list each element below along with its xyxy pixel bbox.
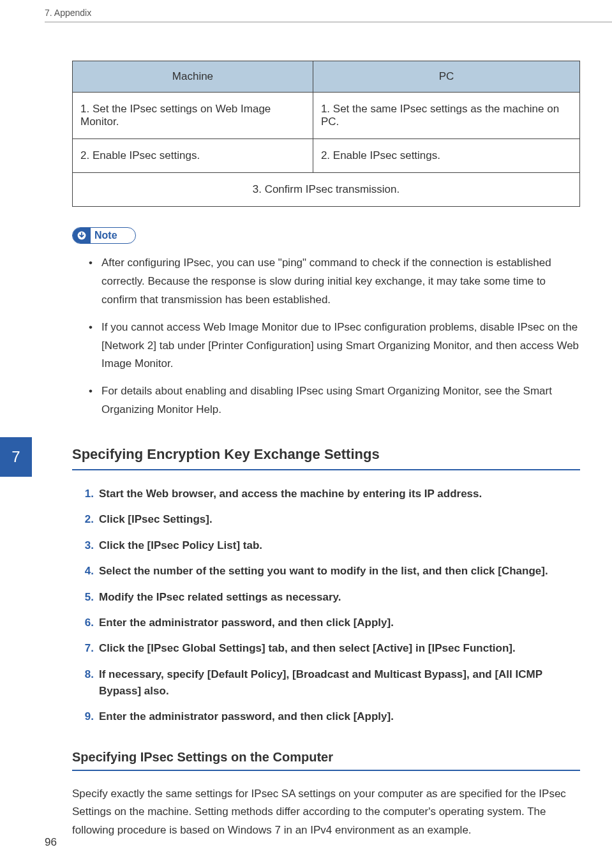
- list-item: Enter the administrator password, and th…: [93, 708, 580, 725]
- table-header-machine: Machine: [73, 61, 313, 93]
- note-label: Note: [91, 230, 117, 241]
- down-arrow-icon: [73, 228, 91, 243]
- table-cell-merged: 3. Confirm IPsec transmission.: [73, 173, 580, 207]
- list-item: Modify the IPsec related settings as nec…: [93, 589, 580, 606]
- note-badge: Note: [72, 227, 136, 244]
- list-item: Start the Web browser, and access the ma…: [93, 486, 580, 502]
- list-item: Click the [IPsec Policy List] tab.: [93, 537, 580, 554]
- list-item: For details about enabling and disabling…: [101, 382, 580, 419]
- page-number: 96: [45, 836, 57, 849]
- subsection-heading: Specifying IPsec Settings on the Compute…: [72, 750, 580, 771]
- list-item: If necessary, specify [Default Policy], …: [93, 666, 580, 700]
- ipsec-config-table: Machine PC 1. Set the IPsec settings on …: [72, 61, 580, 207]
- list-item: After configuring IPsec, you can use "pi…: [101, 254, 580, 310]
- table-row: 3. Confirm IPsec transmission.: [73, 173, 580, 207]
- note-callout: Note After configuring IPsec, you can us…: [72, 227, 580, 419]
- chapter-tab: 7: [0, 437, 32, 477]
- steps-list: Start the Web browser, and access the ma…: [72, 486, 580, 725]
- table-cell: 2. Enable IPsec settings.: [73, 139, 313, 173]
- table-row: 2. Enable IPsec settings. 2. Enable IPse…: [73, 139, 580, 173]
- list-item: If you cannot access Web Image Monitor d…: [101, 318, 580, 374]
- table-cell: 1. Set the IPsec settings on Web Image M…: [73, 93, 313, 139]
- table-header-pc: PC: [313, 61, 579, 93]
- table-cell: 1. Set the same IPsec settings as the ma…: [313, 93, 579, 139]
- note-list: After configuring IPsec, you can use "pi…: [72, 254, 580, 419]
- breadcrumb: 7. Appendix: [45, 8, 91, 18]
- section-heading: Specifying Encryption Key Exchange Setti…: [72, 446, 580, 470]
- body-paragraph: Specify exactly the same settings for IP…: [72, 785, 580, 841]
- list-item: Enter the administrator password, and th…: [93, 615, 580, 631]
- list-item: Click [IPsec Settings].: [93, 511, 580, 528]
- table-row: 1. Set the IPsec settings on Web Image M…: [73, 93, 580, 139]
- list-item: Click the [IPsec Global Settings] tab, a…: [93, 640, 580, 657]
- table-cell: 2. Enable IPsec settings.: [313, 139, 579, 173]
- list-item: Select the number of the setting you wan…: [93, 563, 580, 580]
